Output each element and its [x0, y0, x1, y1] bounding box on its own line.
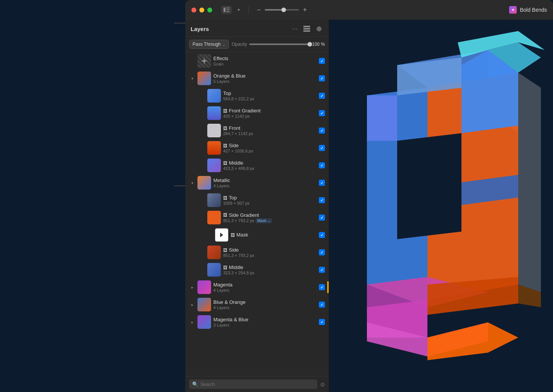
layer-checkbox-mask[interactable]	[319, 232, 325, 238]
layer-name-front-gradient: 🖼 Front Gradient	[223, 108, 317, 114]
expand-button-blue-orange[interactable]: ▸	[189, 302, 195, 308]
layer-checkbox-front[interactable]	[319, 128, 325, 134]
zoom-out-button[interactable]: −	[255, 6, 263, 14]
layer-item-magenta-blue[interactable]: ▸ Magenta & Blue 3 Layers	[185, 313, 329, 331]
layer-name-text: Magenta & Blue	[213, 317, 249, 322]
zoom-slider-thumb[interactable]	[281, 8, 286, 12]
layer-item-side[interactable]: 🖼 Side 427 × 1036,6 px	[185, 139, 329, 157]
layers-list[interactable]: Effects Grain ▾ Orange & Blue 5 Layers T…	[185, 52, 329, 376]
layer-sub-metallic-top: 1009 × 957 px	[223, 201, 317, 205]
layer-info-side-gradient: 🖼 Side Gradient 851,3 × 793,2 px Mask ⌄	[223, 212, 317, 223]
layer-checkbox-metallic-side[interactable]	[319, 249, 325, 255]
search-input-wrapper[interactable]: 🔍	[189, 380, 317, 389]
layer-item-mask[interactable]: 🖼 Mask	[185, 226, 329, 244]
layer-item-orange-blue[interactable]: ▾ Orange & Blue 5 Layers	[185, 70, 329, 87]
layer-checkbox-side[interactable]	[319, 145, 325, 151]
layer-name-orange-blue: Orange & Blue	[213, 73, 317, 79]
layer-checkbox-effects[interactable]	[319, 58, 325, 64]
layer-item-metallic-side[interactable]: 🖼 Side 851,3 × 793,2 px	[185, 244, 329, 261]
layer-checkbox-magenta-blue[interactable]	[319, 319, 325, 325]
sidebar-toggle-button[interactable]	[221, 6, 232, 14]
zoom-in-button[interactable]: +	[301, 6, 309, 14]
layer-checkbox-blue-orange[interactable]	[319, 302, 325, 308]
zoom-slider[interactable]	[265, 9, 299, 11]
layer-sub-front: 284,7 × 1142 px	[223, 131, 317, 136]
main-content: Layers ⋯ ⊕ Pass Through	[185, 20, 553, 392]
layer-name-text: Top	[229, 195, 237, 201]
layer-checkbox-side-gradient[interactable]	[319, 215, 325, 221]
layer-name-top: Top	[223, 90, 317, 96]
opacity-fill	[249, 44, 310, 45]
expand-button-magenta-blue[interactable]: ▸	[189, 319, 195, 325]
layer-name-text: Middle	[229, 264, 243, 270]
layer-name-metallic-side: 🖼 Side	[223, 247, 317, 253]
search-input[interactable]	[200, 382, 314, 387]
view-options-chevron[interactable]: ▾	[235, 6, 242, 14]
expand-button-magenta[interactable]: ▸	[189, 284, 195, 290]
layer-name-effects: Effects	[213, 56, 317, 61]
layer-name-text: Orange & Blue	[213, 73, 245, 79]
blend-mode-chevron: ⌄	[222, 42, 225, 47]
layer-item-metallic-middle[interactable]: 🖼 Middle 323,3 × 254,8 px	[185, 261, 329, 278]
layer-item-effects[interactable]: Effects Grain	[185, 52, 329, 70]
layer-checkbox-top[interactable]	[319, 93, 325, 99]
blend-mode-select[interactable]: Pass Through ⌄	[189, 40, 229, 49]
layer-thumb-middle	[207, 159, 221, 172]
layer-item-metallic-top[interactable]: 🖼 Top 1009 × 957 px	[185, 191, 329, 209]
search-filter-button[interactable]: ⊙	[320, 381, 325, 387]
layers-header: Layers ⋯ ⊕	[185, 20, 329, 37]
layer-item-middle[interactable]: 🖼 Middle 423,3 × 499,8 px	[185, 157, 329, 174]
app-window: ▾ − + ✦ Bold Bends Layers	[185, 0, 553, 392]
opacity-slider[interactable]	[249, 44, 310, 45]
expand-button-orange-blue[interactable]: ▾	[189, 75, 195, 81]
layer-checkbox-metallic[interactable]	[319, 180, 325, 186]
layers-stack-button[interactable]	[302, 24, 311, 33]
traffic-lights	[191, 8, 212, 12]
ruler-mark	[174, 185, 185, 186]
layer-info-metallic-side: 🖼 Side 851,3 × 793,2 px	[223, 247, 317, 258]
layer-checkbox-front-gradient[interactable]	[319, 110, 325, 116]
maximize-button[interactable]	[207, 8, 212, 12]
layers-options-button[interactable]: ⋯	[290, 24, 299, 33]
expand-button-metallic[interactable]: ▾	[189, 180, 195, 186]
layer-checkbox-metallic-middle[interactable]	[319, 267, 325, 273]
layer-checkbox-metallic-top[interactable]	[319, 197, 325, 203]
layer-item-front[interactable]: 🖼 Front 284,7 × 1142 px	[185, 122, 329, 139]
layer-name-blue-orange: Blue & Orange	[213, 299, 317, 305]
mask-badge[interactable]: Mask ⌄	[256, 218, 272, 223]
svg-marker-20	[518, 73, 541, 292]
layer-type-icon: 🖼	[223, 248, 227, 252]
layer-item-blue-orange[interactable]: ▸ Blue & Orange 4 Layers	[185, 296, 329, 313]
layer-info-magenta: Magenta 4 Layers	[213, 282, 317, 292]
layer-name-metallic: Metallic	[213, 177, 317, 183]
layer-name-text: Effects	[213, 56, 228, 61]
svg-rect-0	[224, 8, 225, 12]
layer-item-top[interactable]: Top 584,8 × 222,2 px	[185, 87, 329, 104]
layer-checkbox-middle[interactable]	[319, 162, 325, 168]
layer-item-side-gradient[interactable]: 🖼 Side Gradient 851,3 × 793,2 px Mask ⌄	[185, 209, 329, 226]
add-layer-button[interactable]: ⊕	[314, 24, 323, 33]
layer-name-middle: 🖼 Middle	[223, 160, 317, 166]
opacity-value: 100 %	[312, 42, 325, 47]
layer-name-side-gradient: 🖼 Side Gradient	[223, 212, 317, 218]
layer-name-text: Top	[223, 90, 231, 96]
layer-item-metallic[interactable]: ▾ Metallic 4 Layers	[185, 174, 329, 191]
layers-title: Layers	[191, 26, 209, 32]
svg-rect-5	[303, 28, 310, 30]
layer-name-text: Side	[229, 247, 239, 253]
artwork-area	[329, 20, 553, 392]
opacity-thumb	[308, 42, 312, 47]
layer-info-effects: Effects Grain	[213, 56, 317, 66]
layer-checkbox-magenta[interactable]	[319, 284, 325, 290]
zoom-slider-container[interactable]	[265, 9, 299, 11]
layer-item-magenta[interactable]: ▸ Magenta 4 Layers	[185, 278, 329, 296]
search-bar: 🔍 ⊙	[185, 376, 329, 392]
layer-item-front-gradient[interactable]: 🖼 Front Gradient 420 × 1142 px	[185, 104, 329, 122]
layer-sub-front-gradient: 420 × 1142 px	[223, 114, 317, 118]
layer-thumb-front	[207, 124, 221, 137]
layer-checkbox-orange-blue[interactable]	[319, 75, 325, 81]
close-button[interactable]	[191, 8, 196, 12]
layer-thumb-metallic-side	[207, 246, 221, 259]
minimize-button[interactable]	[199, 8, 204, 12]
separator	[249, 6, 249, 14]
